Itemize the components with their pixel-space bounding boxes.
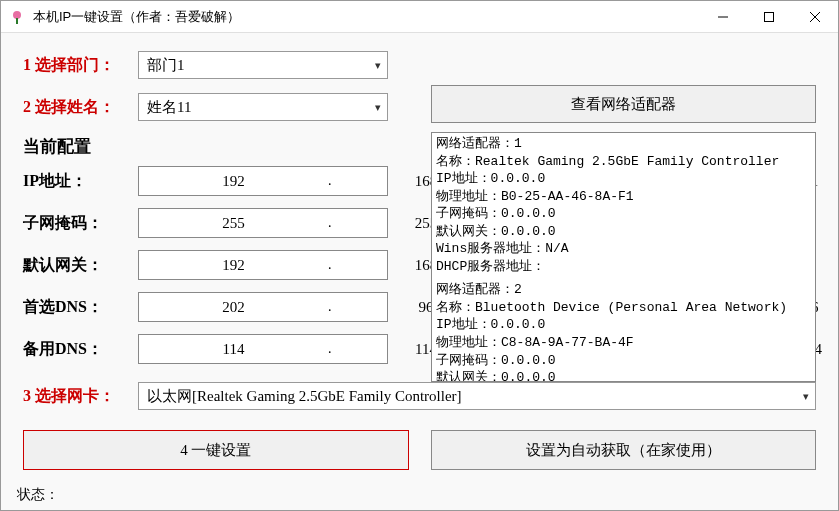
svg-rect-3	[765, 12, 774, 21]
chevron-down-icon: ▾	[803, 390, 809, 403]
label-dns1: 首选DNS：	[23, 297, 138, 318]
gw-a[interactable]	[139, 251, 328, 279]
current-config-group: 当前配置 IP地址： . . . 子网掩码： . . .	[23, 135, 431, 364]
ip-input[interactable]: . . .	[138, 166, 388, 196]
minimize-button[interactable]	[700, 1, 746, 33]
adapter-block: 网络适配器：1 名称：Realtek Gaming 2.5GbE Family …	[436, 135, 811, 275]
dns2-input[interactable]: . . .	[138, 334, 388, 364]
label-gw: 默认网关：	[23, 255, 138, 276]
app-icon	[9, 9, 25, 25]
content-area: 1 选择部门： 部门1 ▾ 2 选择姓名： 姓名11 ▾ 当前配置 IP地址：	[1, 33, 838, 510]
svg-rect-1	[16, 18, 18, 24]
gw-input[interactable]: . . .	[138, 250, 388, 280]
svg-point-0	[13, 11, 21, 19]
right-top: 查看网络适配器	[431, 85, 816, 123]
label-dept: 1 选择部门：	[23, 55, 138, 76]
window-title: 本机IP一键设置（作者：吾爱破解）	[33, 8, 700, 26]
dept-select[interactable]: 部门1 ▾	[138, 51, 388, 79]
left-column: 1 选择部门： 部门1 ▾ 2 选择姓名： 姓名11 ▾ 当前配置 IP地址：	[23, 51, 431, 364]
name-select-value: 姓名11	[147, 98, 191, 117]
nic-select-value: 以太网[Realtek Gaming 2.5GbE Family Control…	[147, 387, 462, 406]
mask-input[interactable]: . . .	[138, 208, 388, 238]
chevron-down-icon: ▾	[375, 59, 381, 72]
row-dept: 1 选择部门： 部门1 ▾	[23, 51, 431, 79]
adapter-block: 网络适配器：2 名称：Bluetooth Device (Personal Ar…	[436, 281, 811, 382]
bottom-buttons: 4 一键设置 设置为自动获取（在家使用）	[23, 430, 816, 470]
label-nic: 3 选择网卡：	[23, 386, 138, 407]
apply-button-label: 4 一键设置	[180, 441, 251, 460]
row-nic: 3 选择网卡： 以太网[Realtek Gaming 2.5GbE Family…	[23, 382, 816, 410]
view-adapters-button[interactable]: 查看网络适配器	[431, 85, 816, 123]
dns2-a[interactable]	[139, 335, 328, 363]
app-window: 本机IP一键设置（作者：吾爱破解） 1 选择部门： 部门1 ▾ 2 选择姓名：	[0, 0, 839, 511]
nic-select[interactable]: 以太网[Realtek Gaming 2.5GbE Family Control…	[138, 382, 816, 410]
current-config-legend: 当前配置	[23, 135, 431, 158]
apply-button[interactable]: 4 一键设置	[23, 430, 409, 470]
status-label: 状态：	[17, 486, 59, 504]
auto-button-label: 设置为自动获取（在家使用）	[526, 441, 721, 460]
maximize-button[interactable]	[746, 1, 792, 33]
dept-select-value: 部门1	[147, 56, 185, 75]
row-name: 2 选择姓名： 姓名11 ▾	[23, 93, 431, 121]
mask-a[interactable]	[139, 209, 328, 237]
name-select[interactable]: 姓名11 ▾	[138, 93, 388, 121]
dns1-a[interactable]	[139, 293, 328, 321]
close-button[interactable]	[792, 1, 838, 33]
view-adapters-label: 查看网络适配器	[571, 95, 676, 114]
label-name: 2 选择姓名：	[23, 97, 138, 118]
label-mask: 子网掩码：	[23, 213, 138, 234]
ip-a[interactable]	[139, 167, 328, 195]
auto-button[interactable]: 设置为自动获取（在家使用）	[431, 430, 817, 470]
label-dns2: 备用DNS：	[23, 339, 138, 360]
chevron-down-icon: ▾	[375, 101, 381, 114]
adapter-info-panel[interactable]: 网络适配器：1 名称：Realtek Gaming 2.5GbE Family …	[431, 132, 816, 382]
label-ip: IP地址：	[23, 171, 138, 192]
dns1-input[interactable]: . . .	[138, 292, 388, 322]
titlebar: 本机IP一键设置（作者：吾爱破解）	[1, 1, 838, 33]
